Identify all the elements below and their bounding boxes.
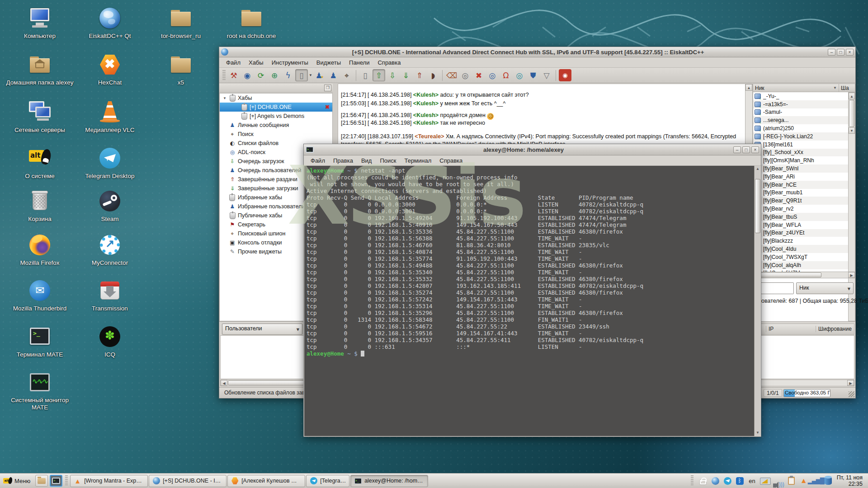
transfers-col-7[interactable]: IP: [766, 326, 774, 332]
sidebar-item-4[interactable]: ⌖Поиск: [220, 130, 332, 139]
user-list-item[interactable]: [fly]_School_xXx: [753, 149, 848, 157]
find-icon[interactable]: ◎: [486, 69, 499, 81]
close-hub-icon[interactable]: ✖: [325, 104, 330, 110]
connect-hub-icon[interactable]: ϟ: [282, 69, 294, 81]
clipboard-tray-icon[interactable]: [787, 476, 796, 485]
task-button-4[interactable]: >_alexey@Home: /home/al...: [350, 475, 428, 487]
desktop-icon-eiskaltdcpp-qt[interactable]: EiskaltDC++ Qt: [76, 6, 144, 40]
desktop-icon-icq[interactable]: ✽ ICQ: [76, 325, 144, 358]
desktop-icon-vlc[interactable]: Медиаплеер VLC: [76, 100, 144, 134]
terminal-menu-4[interactable]: Терминал: [400, 156, 435, 165]
desktop-icon-x5-folder[interactable]: x5: [147, 53, 215, 86]
scroll-right-icon[interactable]: ▶: [847, 380, 854, 386]
desktop-icon-transmission[interactable]: Transmission: [76, 279, 144, 312]
dc-menu-4[interactable]: Панели: [345, 58, 373, 67]
dc-menu-3[interactable]: Виджеты: [312, 58, 345, 67]
hubs-icon[interactable]: ▯: [295, 69, 308, 81]
settings-icon[interactable]: ⚒: [227, 69, 240, 81]
desktop-icon-computer[interactable]: Компьютер: [6, 6, 74, 40]
network-signal-tray-icon[interactable]: ▂▄▆█: [811, 476, 821, 485]
scroll-up-icon[interactable]: ▲: [755, 166, 761, 172]
eiskaltdcpp-tray-icon[interactable]: [711, 476, 720, 485]
desktop-icon-trash[interactable]: Корзина: [6, 189, 74, 223]
terminal-menu-3[interactable]: Поиск: [376, 156, 400, 165]
dc-menu-5[interactable]: Справка: [373, 58, 405, 67]
scroll-left-icon[interactable]: ◀: [221, 380, 227, 386]
sidebar-item-3[interactable]: ♟Личные сообщения: [220, 121, 332, 130]
desktop-icon-about-system[interactable]: alt О системе: [6, 146, 74, 180]
bluetooth-tray-icon[interactable]: ᛒ: [735, 476, 744, 485]
disk-mount-tray-icon[interactable]: [824, 476, 833, 485]
user-list-item[interactable]: [fly]Bear_z4UYEt: [753, 229, 848, 237]
user-list-item[interactable]: -Samul-: [753, 108, 848, 117]
desktop-icon-home-folder[interactable]: Домашняя папка alexey: [6, 53, 74, 86]
dc-menu-1[interactable]: Хабы: [245, 58, 268, 67]
web-find-icon[interactable]: ◎: [513, 69, 526, 81]
quick-connect-icon[interactable]: ◉: [241, 69, 254, 81]
user-list-item[interactable]: [fly]Blackzzz: [753, 237, 848, 245]
user-list-item[interactable]: [fly]Bear_muub1: [753, 189, 848, 197]
desktop-icon-system-monitor[interactable]: ∿∿∿ Системный монитор MATE: [6, 371, 74, 411]
volume-tray-icon[interactable]: ))): [772, 476, 784, 485]
reconnect-hub-icon[interactable]: ⊕: [268, 69, 281, 81]
terminal-menu-5[interactable]: Справка: [435, 156, 467, 165]
minimize-button[interactable]: –: [828, 49, 835, 56]
resize-grip[interactable]: [849, 391, 854, 397]
terminal-menu-1[interactable]: Правка: [329, 156, 357, 165]
limits-icon[interactable]: ◗: [427, 69, 439, 81]
terminal-content[interactable]: alexey@Home ~ $ netstat -anpt (Not all p…: [304, 166, 760, 436]
user-list-item[interactable]: (atrium2)250: [753, 124, 848, 132]
desktop-icon-root-dchub-folder[interactable]: root на dchub.one: [217, 6, 285, 40]
scroll-thumb[interactable]: [849, 100, 854, 127]
dc-titlebar[interactable]: [+S] DCHUB.ONE - International Advanced …: [219, 47, 855, 57]
user-list-item[interactable]: [fly]Bear_5WnI: [753, 164, 848, 173]
scroll-down-icon[interactable]: ▼: [849, 127, 855, 134]
clock[interactable]: Пт, 11 ноя 22:35: [836, 474, 865, 487]
user-list-item[interactable]: [fly]Cool_alqAIh: [753, 261, 848, 269]
col-share[interactable]: Ша: [839, 84, 855, 92]
sidebar-item-1[interactable]: [+] DCHUB.ONE ✖: [220, 103, 332, 112]
detach-panel-icon[interactable]: ❐: [324, 84, 331, 91]
sidebar-item-2[interactable]: [+] Angels vs Demons: [220, 112, 332, 121]
magnet-icon[interactable]: Ω: [500, 69, 512, 81]
maximize-button[interactable]: □: [742, 146, 750, 153]
close-button[interactable]: ×: [751, 146, 759, 153]
transfers-col-8[interactable]: Шифрование: [816, 326, 852, 332]
close-button[interactable]: ×: [846, 49, 854, 56]
desktop-icon-thunderbird[interactable]: ✉ Mozilla Thunderbird: [6, 279, 74, 312]
vlc-tray-icon[interactable]: ▲: [799, 476, 808, 485]
show-desktop-button[interactable]: >_: [50, 475, 62, 487]
task-button-2[interactable]: [Алексей Кулешов — М...: [227, 475, 305, 487]
terminal-scrollbar[interactable]: ▲ ▼: [754, 166, 761, 436]
terminal-titlebar[interactable]: >_ alexey@Home: /home/alexey – □ ×: [304, 144, 761, 155]
scroll-up-icon[interactable]: ▲: [849, 93, 855, 99]
toolbar-handle[interactable]: [222, 70, 226, 81]
col-nick[interactable]: Ник: [755, 85, 764, 91]
keyboard-layout-indicator[interactable]: en: [747, 478, 756, 484]
filter-icon[interactable]: ▽: [540, 69, 553, 81]
search-icon[interactable]: ⌖: [340, 69, 353, 81]
user-list-item[interactable]: [fly]Bear_hCE: [753, 181, 848, 189]
desktop-icon-tor-browser-folder[interactable]: tor-browser_ru: [147, 6, 215, 40]
user-list-item[interactable]: _-Yu-_: [753, 92, 848, 100]
downloads-icon[interactable]: ⇩: [386, 69, 399, 81]
maximize-button[interactable]: □: [837, 49, 844, 56]
userlist-header[interactable]: Ник▼ Ша: [753, 84, 855, 92]
finished-uploads-icon[interactable]: ⇑: [413, 69, 426, 81]
userlist-hscrollbar[interactable]: ◀ ▶: [753, 272, 855, 278]
user-list-item[interactable]: [136]mel161: [753, 141, 848, 149]
desktop-icon-hexchat[interactable]: ✖ HexChat: [76, 53, 144, 86]
scroll-thumb[interactable]: [755, 179, 760, 233]
lock-tray-icon[interactable]: [698, 476, 708, 485]
finished-downloads-icon[interactable]: ⇓: [400, 69, 412, 81]
desktop-icon-steam[interactable]: Steam: [76, 189, 144, 223]
clear-chat-icon[interactable]: ⌫: [445, 69, 458, 81]
menu-button[interactable]: alt Меню: [1, 475, 34, 486]
telegram-tray-icon[interactable]: [723, 476, 732, 485]
desktop-icon-mate-terminal[interactable]: >_ Терминал MATE: [6, 325, 74, 358]
desktop-icon-network-servers[interactable]: Сетевые серверы: [6, 100, 74, 134]
user-list-item[interactable]: -=a13k5=-: [753, 100, 848, 108]
download-queue-icon[interactable]: ⇧: [373, 69, 385, 81]
favorite-users-icon[interactable]: ♟★: [313, 69, 326, 81]
hubs-icon-dropdown[interactable]: ▼: [308, 69, 313, 81]
